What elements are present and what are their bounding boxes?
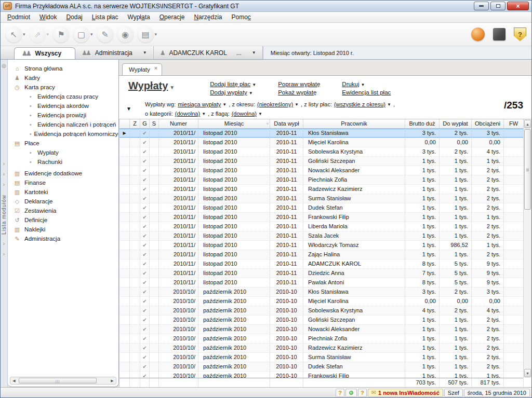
table-row[interactable]: ✔2010/10/październik 20102010-10Nowacki …: [119, 325, 523, 334]
table-row[interactable]: ✔2010/10/październik 20102010-10Mięciel …: [119, 297, 523, 306]
shield-question-icon[interactable]: ?: [514, 28, 526, 42]
connection-status[interactable]: [345, 389, 357, 397]
sidebar-item[interactable]: •Wypłaty: [11, 148, 118, 157]
column-header[interactable]: Z: [130, 119, 140, 128]
horizontal-scrollbar[interactable]: ◀ ||| ▶: [10, 377, 116, 385]
column-header[interactable]: Brutto duż: [405, 119, 440, 128]
dropdown-arrow-icon[interactable]: ▾: [47, 32, 49, 37]
scrollbar-thumb[interactable]: [524, 129, 531, 210]
flag-button[interactable]: ⚑: [53, 26, 69, 43]
table-row[interactable]: ✔2010/11/listopad 20102010-11Pawlak Anto…: [119, 278, 523, 287]
scroll-left-icon[interactable]: ◀: [10, 379, 18, 383]
sidebar-item[interactable]: •Ewidencja akordów: [11, 101, 118, 111]
column-header[interactable]: Pracownik: [303, 119, 405, 128]
sidebar-item[interactable]: •Rachunki: [11, 157, 118, 167]
menu-item[interactable]: Dodaj: [61, 12, 87, 22]
pin-icon[interactable]: ◎: [2, 63, 6, 68]
filter-value[interactable]: miesiąca wypłaty: [178, 101, 221, 107]
sidebar-item[interactable]: ▤Finanse: [11, 178, 118, 187]
messages-button[interactable]: ✉ 1 nowa InsWiadomość: [368, 389, 443, 397]
table-row[interactable]: ✔2010/11/listopad 20102010-11Szala Jacek…: [119, 231, 523, 241]
globe-icon[interactable]: [471, 28, 485, 41]
sidebar-item[interactable]: •Ewidencja potrąceń komorniczych: [11, 129, 118, 139]
tab-administracja[interactable]: ♟♟ Administracja ▼: [75, 46, 153, 59]
table-row[interactable]: ▶✔2010/11/listopad 20102010-11Kłos Stani…: [119, 129, 523, 138]
tab-adamczuk-karol[interactable]: ♟ ADAMCZUK KAROL ... ▼: [154, 46, 263, 59]
close-tab-icon[interactable]: ×: [154, 65, 157, 71]
table-row[interactable]: ✔2010/11/listopad 20102010-11Piechniak Z…: [119, 175, 523, 185]
printer-button[interactable]: ▤▾: [138, 26, 157, 43]
action-link[interactable]: Pokaż wypłatę: [278, 89, 320, 95]
table-row[interactable]: ✔2010/11/listopad 20102010-11Radzewicz K…: [119, 185, 523, 194]
column-header[interactable]: G: [140, 119, 150, 128]
dropdown-arrow-icon[interactable]: ▼: [258, 112, 262, 116]
table-row[interactable]: ✔2010/10/październik 20102010-10Goliński…: [119, 315, 523, 325]
filter-value[interactable]: (nieokreślony): [257, 101, 293, 107]
table-row[interactable]: ✔2010/11/listopad 20102010-11Sobolewska …: [119, 147, 523, 157]
dropdown-arrow-icon[interactable]: ▼: [249, 91, 253, 95]
dropdown-arrow-icon[interactable]: ▼: [361, 83, 365, 87]
table-row[interactable]: ✔2010/11/listopad 20102010-11Włodarczyk …: [119, 241, 523, 250]
table-row[interactable]: ✔2010/10/październik 20102010-10Piechnia…: [119, 334, 523, 344]
dropdown-arrow-icon[interactable]: ▾: [23, 32, 25, 37]
table-row[interactable]: ✔2010/10/październik 20102010-10Kłos Sta…: [119, 287, 523, 297]
dropdown-arrow-icon[interactable]: ▾: [90, 32, 93, 37]
table-row[interactable]: ✔2010/10/październik 20102010-10Sobolews…: [119, 306, 523, 315]
table-row[interactable]: ✔2010/11/listopad 20102010-11Nowacki Ale…: [119, 166, 523, 175]
page-title[interactable]: Wypłaty: [128, 80, 168, 91]
dropdown-arrow-icon[interactable]: ▼: [202, 112, 206, 116]
menu-item[interactable]: Lista płac: [87, 12, 123, 22]
filter-collapse-button[interactable]: ▼: [126, 106, 131, 112]
sidebar-item[interactable]: •Ewidencja czasu pracy: [11, 92, 118, 101]
new-document-button[interactable]: ▢▾: [73, 26, 93, 43]
action-link[interactable]: Popraw wypłatę: [278, 81, 320, 87]
title-bar[interactable]: GT Firma Przykładowa ALA s.c. na serwerz…: [1, 1, 531, 12]
dropdown-arrow-icon[interactable]: ▼: [387, 102, 391, 107]
minimize-button[interactable]: [474, 2, 489, 10]
scroll-down-icon[interactable]: ▼: [524, 369, 531, 377]
chevron-down-icon[interactable]: ▼: [252, 50, 256, 55]
action-link[interactable]: Dodaj wypłaty▼: [210, 89, 256, 95]
stamp-button[interactable]: ◉: [117, 26, 134, 43]
sidebar-item[interactable]: ▤Płace: [11, 139, 118, 148]
vertical-scrollbar[interactable]: ▲ ▼: [523, 119, 531, 378]
column-header[interactable]: Miesiąc▿: [198, 119, 270, 128]
column-header[interactable]: S: [150, 119, 159, 128]
tab-wszyscy[interactable]: ♟♟ Wszyscy: [14, 47, 75, 59]
action-link[interactable]: Dodaj listę płac▼: [210, 81, 256, 87]
sidebar-item[interactable]: ▥Naklejki: [11, 225, 118, 234]
chevron-right-icon[interactable]: ›: [3, 251, 5, 257]
menu-item[interactable]: Wypłata: [123, 12, 154, 22]
current-user[interactable]: Szef: [444, 389, 463, 397]
sidebar-item[interactable]: •Ewidencja prowizji: [11, 111, 118, 120]
filter-value[interactable]: (wszystkie z okresu): [334, 101, 385, 107]
column-header[interactable]: [119, 119, 130, 128]
filter-value[interactable]: (dowolna): [232, 111, 257, 117]
column-header[interactable]: Do wypłat: [440, 119, 472, 128]
sidebar-item[interactable]: •Ewidencja naliczeń i potrąceń: [11, 120, 118, 129]
table-row[interactable]: ✔2010/11/listopad 20102010-11Goliński Sz…: [119, 157, 523, 166]
close-button[interactable]: ×: [507, 2, 529, 10]
table-row[interactable]: ✔2010/11/listopad 20102010-11Mięciel Kar…: [119, 138, 523, 147]
scroll-right-icon[interactable]: ▶: [109, 379, 116, 383]
dropdown-arrow-icon[interactable]: ▼: [295, 102, 299, 107]
column-header[interactable]: Obciążeni: [472, 119, 504, 128]
chevron-right-icon[interactable]: ›: [3, 241, 5, 246]
table-row[interactable]: ✔2010/11/listopad 20102010-11Frankowski …: [119, 213, 523, 222]
chevron-down-icon[interactable]: ▼: [169, 85, 175, 90]
pointer-button[interactable]: ↖▾: [6, 26, 25, 43]
action-link[interactable]: Drukuj▼: [342, 81, 391, 87]
menu-item[interactable]: Widok: [35, 12, 61, 22]
dropdown-arrow-icon[interactable]: ▼: [222, 102, 227, 107]
dropdown-arrow-icon[interactable]: ▾: [155, 32, 157, 37]
table-row[interactable]: ✔2010/11/listopad 20102010-11ADAMCZUK KA…: [119, 259, 523, 269]
sidebar-item[interactable]: ◇Deklaracje: [11, 197, 118, 206]
menu-item[interactable]: Podmiot: [3, 12, 35, 22]
help-indicator-icon[interactable]: ?: [336, 389, 344, 397]
cube-icon[interactable]: [493, 28, 506, 40]
column-header[interactable]: Data wypł: [270, 119, 303, 128]
tab-wyplaty[interactable]: Wypłaty ×: [122, 63, 162, 75]
table-row[interactable]: ✔2010/11/listopad 20102010-11Zając Halin…: [119, 250, 523, 259]
restore-button[interactable]: [490, 2, 506, 10]
chevron-right-icon[interactable]: ›: [3, 182, 5, 187]
